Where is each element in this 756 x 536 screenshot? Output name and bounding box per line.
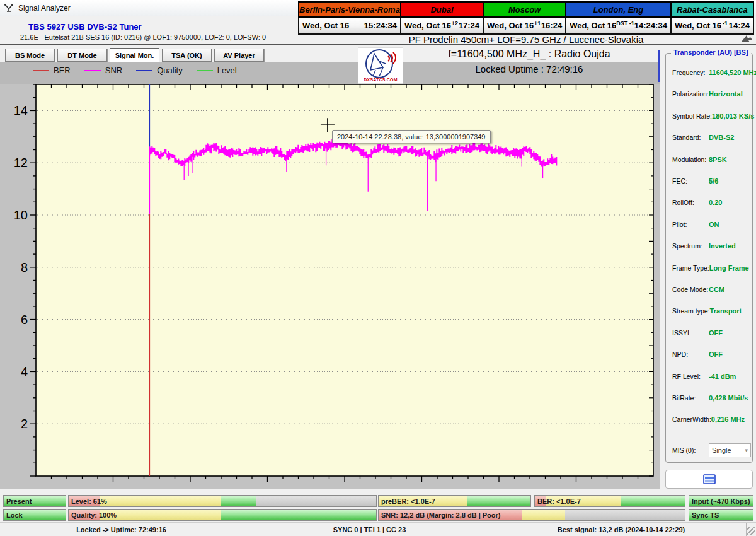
tuner-title: TBS 5927 USB DVB-S2 Tuner [28,22,142,32]
app-icon [4,3,14,13]
clock-city: Moscow [483,1,566,18]
tp-row-pilot-: Pilot:ON [672,221,751,228]
clock-city: Dubai [400,1,484,18]
tp-row-fec-: FEC:5/6 [672,177,751,185]
mode-tabs: BS ModeDT ModeSignal Mon.TSA (OK)AV Play… [5,49,264,62]
bar-preber: preBER: <1.0E-7 [378,495,531,507]
signal-bars: PresentLevel: 61%preBER: <1.0E-7BER: <1.… [0,494,756,521]
bar-label: Level: 61% [71,496,107,506]
clock-time: Wed, Oct 1615:24:34 [298,18,401,35]
bar-ber: BER: <1.0E-7 [534,495,685,507]
clock-city: Rabat-Casablanca [670,1,754,18]
bar-present: Present [3,495,66,507]
tp-row-carrierwidth-: CarrierWidth:0,216 MHz [672,416,751,423]
clock-0: Berlin-Paris-Vienna-Roma Wed, Oct 1615:2… [298,1,401,35]
satellite-dish-icon [360,49,401,79]
clock-city: London, Eng [565,1,672,18]
chart-legend: BERSNRQualityLevel [33,66,237,75]
bar-label: BER: <1.0E-7 [537,496,581,506]
clock-time: Wed, Oct 16DST -114:24:34 [565,18,672,35]
tp-row-rf-level-: RF Level:-41 dBm [672,373,751,380]
bar-input: Input (~470 Kbps) [689,495,753,507]
uptime-header: Locked Uptime : 72:49:16 [403,64,655,74]
clock-2: Moscow Wed, Oct 16+116:24 [483,1,566,35]
clock-city: Berlin-Paris-Vienna-Roma [298,1,401,18]
tab-signal-mon-[interactable]: Signal Mon. [110,48,159,62]
resize-grip[interactable] [747,527,755,535]
status-best-signal: Best signal: 13,2 dB (2024-10-14 22:29) [496,523,747,536]
chart-plot[interactable] [36,84,653,476]
legend-ber: BER [33,66,71,75]
bar-syncts: Sync TS [689,509,753,521]
tp-row-symbol-rate-: Symbol Rate:180,013 KS/s [672,112,751,120]
signal-analyzer-window: Signal Analyzer Berlin-Paris-Vienna-Roma… [0,0,756,536]
bar-label: Sync TS [692,510,719,520]
mis-label: MIS (0): [672,446,709,454]
dxsatcs-logo: DXSATCS.COM [358,47,403,84]
signal-header: f=11604,500 MHz_H_ : Radio Oujda [403,49,655,60]
legend-line-icon [33,70,49,71]
tp-row-rolloff-: RollOff:0.20 [672,199,751,206]
tp-row-polarization-: Polarization:Horizontal [672,90,751,98]
tab-tsa-ok-[interactable]: TSA (OK) [162,49,212,62]
chevron-down-icon: ▾ [745,447,748,453]
legend-snr: SNR [84,66,122,75]
clock-3: London, Eng Wed, Oct 16DST -114:24:34 [565,1,672,35]
logo-text: DXSATCS.COM [364,78,397,82]
save-button[interactable] [665,470,753,489]
chart-tooltip: 2024-10-14 22.28.38, value: 13,300000190… [332,130,491,143]
tab-bs-mode[interactable]: BS Mode [5,49,55,62]
tp-row-modulation-: Modulation:8PSK [672,156,751,163]
clock-4: Rabat-Casablanca Wed, Oct 16-114:24 [670,1,754,35]
chart-area [0,84,660,489]
tp-row-code-mode-: Code Mode:CCM [672,286,751,293]
transponder-panel: Transponder (AU) [BS] Frequency:11604,52… [665,53,753,463]
legend-line-icon [84,70,101,71]
clock-time: Wed, Oct 16+217:24 [400,18,484,35]
legend-line-icon [197,70,213,71]
bar-label: Lock [6,510,23,520]
save-icon [703,474,716,484]
bar-lock: Lock [3,509,66,521]
tp-row-npd-: NPD:OFF [672,351,751,358]
cursor-icon [741,33,753,44]
transponder-panel-title: Transponder (AU) [BS] [671,49,751,56]
tp-row-issyi: ISSYIOFF [672,329,751,337]
legend-line-icon [136,70,152,71]
bar-label: Quality: 100% [71,510,117,520]
tab-dt-mode[interactable]: DT Mode [57,49,107,62]
bar-label: SNR: 12,2 dB (Margin: 2,8 dB | Poor) [381,510,501,520]
mis-value: Single [712,446,731,454]
legend-level: Level [197,66,237,75]
tp-row-stream-type-: Stream type:Transport [672,307,751,315]
bar-level: Level: 61% [68,495,377,507]
tp-row-spectrum-: Spectrum:Inverted [672,242,751,250]
legend-quality: Quality [136,66,182,75]
mis-dropdown[interactable]: Single ▾ [709,443,751,457]
bar-quality: Quality: 100% [68,509,377,521]
window-title: Signal Analyzer [18,4,71,13]
bar-snr: SNR: 12,2 dB (Margin: 2,8 dB | Poor) [378,509,685,521]
tab-av-player[interactable]: AV Player [214,49,264,62]
clock-time: Wed, Oct 16+116:24 [483,18,566,35]
world-clocks: Berlin-Paris-Vienna-Roma Wed, Oct 1615:2… [298,1,754,35]
site-header: PF Prodelin 450cm+ LOF=9.75 GHz / Lucene… [296,34,756,45]
status-sync: SYNC 0 | TEI 1 | CC 23 [243,523,496,536]
bar-label: Input (~470 Kbps) [692,496,750,506]
mis-row: MIS (0): Single ▾ [672,443,751,457]
status-uptime: Locked -> Uptime: 72:49:16 [0,523,243,536]
tp-row-standard-: Standard:DVB-S2 [672,134,751,141]
status-bar: Locked -> Uptime: 72:49:16 SYNC 0 | TEI … [0,522,756,536]
tp-row-frame-type-: Frame Type:Long Frame [672,264,751,272]
tp-row-frequency-: Frequency:11604,520 MHz [672,69,751,76]
tp-row-bitrate-: BitRate:0,428 Mbit/s [672,394,751,402]
tuner-subtitle: 21.6E - Eutelsat 21B SES 16 (ID: 0216) @… [20,33,266,41]
clock-time: Wed, Oct 16-114:24 [670,18,754,35]
scrollbar-thumb[interactable] [658,50,660,82]
bar-label: Present [6,496,32,506]
bar-label: preBER: <1.0E-7 [381,496,435,506]
clock-1: Dubai Wed, Oct 16+217:24 [400,1,484,35]
